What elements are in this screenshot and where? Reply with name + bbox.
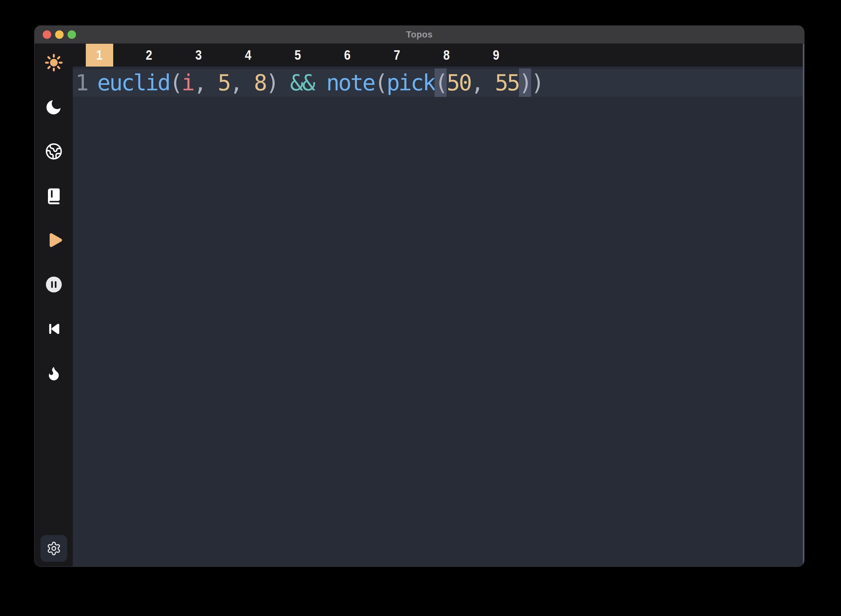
light-theme-button[interactable] (35, 54, 73, 72)
code-token: i (182, 70, 194, 95)
sidebar (35, 44, 73, 566)
traffic-lights (43, 26, 76, 43)
flame-button[interactable] (35, 364, 73, 383)
moon-icon (45, 98, 63, 116)
close-button[interactable] (43, 30, 51, 39)
tab-2[interactable]: 2 (135, 44, 163, 66)
web-button[interactable] (35, 142, 73, 160)
sun-icon (45, 54, 63, 72)
rewind-button[interactable] (35, 320, 73, 338)
tab-1[interactable]: 1 (86, 44, 113, 66)
code-token: ) (519, 69, 531, 97)
titlebar: Topos (35, 26, 804, 44)
pause-button[interactable] (35, 275, 73, 294)
code-token: 55 (495, 70, 519, 95)
book-icon (45, 187, 63, 205)
code-line-1[interactable]: 1euclid(i, 5, 8) && note(pick(50, 55)) (73, 69, 804, 97)
gear-icon (46, 541, 62, 556)
tab-7[interactable]: 7 (383, 44, 411, 66)
tab-6[interactable]: 6 (334, 44, 361, 66)
code-token: , (230, 70, 254, 95)
line-number: 1 (75, 70, 88, 95)
tab-3[interactable]: 3 (185, 44, 212, 66)
code-token: ( (170, 70, 182, 95)
code-token: , (471, 70, 495, 95)
code-token: , (194, 70, 218, 95)
code-token: ) (266, 70, 290, 95)
app-window: Topos (34, 25, 804, 567)
docs-button[interactable] (35, 186, 73, 205)
code-token: ( (375, 70, 387, 95)
code-token: && (290, 70, 326, 95)
code-token: 50 (447, 70, 471, 95)
code-token: euclid (97, 70, 170, 95)
content-area: 1 2 3 4 5 6 7 8 9 1euclid(i, 5, 8) && no… (73, 44, 804, 566)
code-token: pick (387, 70, 435, 95)
settings-button[interactable] (41, 535, 67, 562)
code-token: 8 (254, 70, 266, 95)
scrollbar[interactable] (803, 44, 804, 566)
minimize-button[interactable] (55, 30, 64, 39)
pause-icon (45, 276, 63, 293)
skip-back-icon (46, 321, 62, 337)
code-editor[interactable]: 1euclid(i, 5, 8) && note(pick(50, 55)) (73, 66, 804, 566)
tab-8[interactable]: 8 (433, 44, 460, 66)
tab-9[interactable]: 9 (482, 44, 510, 66)
tab-bar: 1 2 3 4 5 6 7 8 9 (73, 44, 804, 66)
code-token: note (326, 70, 375, 95)
code-token: ) (531, 70, 543, 95)
zoom-button[interactable] (67, 30, 76, 39)
dark-theme-button[interactable] (35, 98, 73, 116)
window-title: Topos (35, 30, 804, 40)
code-token: 5 (218, 70, 230, 95)
flame-icon (45, 365, 62, 382)
tab-4[interactable]: 4 (234, 44, 262, 66)
play-button[interactable] (35, 231, 73, 249)
main-row: 1 2 3 4 5 6 7 8 9 1euclid(i, 5, 8) && no… (35, 44, 804, 566)
globe-icon (45, 142, 63, 160)
play-icon (45, 231, 63, 249)
code-token: ( (435, 69, 447, 97)
tab-5[interactable]: 5 (284, 44, 312, 66)
